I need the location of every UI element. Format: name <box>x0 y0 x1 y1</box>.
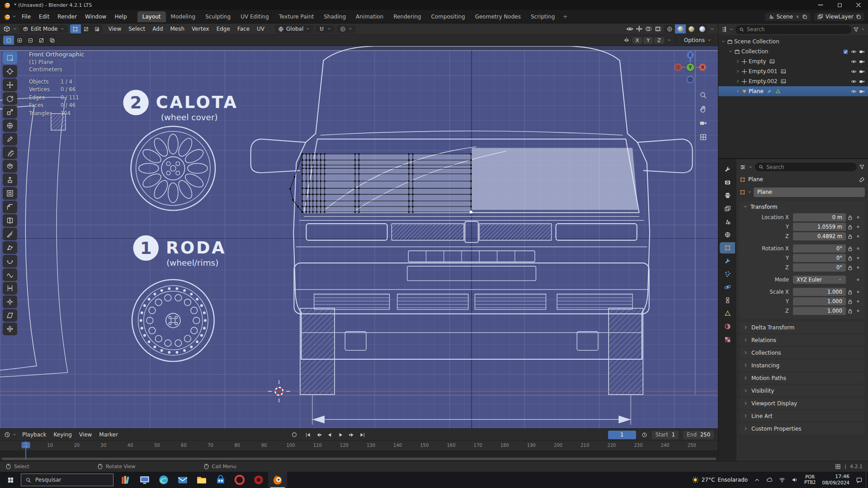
language-indicator[interactable]: POR PTB2 <box>801 472 819 488</box>
menu-file[interactable]: File <box>18 12 35 21</box>
camera-icon[interactable] <box>859 69 865 75</box>
outliner-row-empty[interactable]: Empty <box>718 56 868 66</box>
tool-loop-cut[interactable] <box>3 214 17 227</box>
jump-to-end-button[interactable] <box>357 430 367 439</box>
workspace-tab-modeling[interactable]: Modeling <box>166 11 201 22</box>
maximize-button[interactable] <box>830 0 849 10</box>
viewport-menu-add[interactable]: Add <box>149 25 166 33</box>
taskbar-app-mail[interactable] <box>173 472 192 488</box>
tool-cursor[interactable] <box>3 65 17 78</box>
minimize-button[interactable] <box>811 0 830 10</box>
mirror-axis-x[interactable]: X <box>632 37 642 44</box>
ortho-grid-icon[interactable] <box>699 133 707 141</box>
scene-selector[interactable]: Scene <box>765 13 811 21</box>
show-desktop-button[interactable] <box>866 472 868 488</box>
mirror-axis-y[interactable]: Y <box>643 37 653 44</box>
camera-icon[interactable] <box>859 49 865 55</box>
viewport-menu-edge[interactable]: Edge <box>213 25 234 33</box>
transform-field-mode[interactable]: XYZ Euler <box>793 276 846 284</box>
properties-tab-texture[interactable] <box>720 334 735 345</box>
tool-move[interactable] <box>3 79 17 91</box>
pin-icon[interactable] <box>859 177 865 183</box>
disclosure-icon[interactable] <box>736 79 740 84</box>
gizmo-x-negative[interactable] <box>675 64 682 71</box>
viewlayer-selector[interactable]: ViewLayer <box>814 13 864 21</box>
properties-tab-modifiers[interactable] <box>720 255 735 267</box>
workspace-tab-shading[interactable]: Shading <box>319 11 351 22</box>
lock-icon[interactable] <box>847 308 853 314</box>
viewport-menu-select[interactable]: Select <box>125 25 149 33</box>
proportional-edit-dropdown[interactable] <box>337 25 356 33</box>
timeline-menu-view[interactable]: View <box>75 431 95 439</box>
disclosure-icon[interactable] <box>736 69 740 74</box>
camera-icon[interactable] <box>859 89 865 94</box>
edge-select-button[interactable] <box>81 24 92 33</box>
transform-field-z[interactable]: 0° <box>793 263 846 272</box>
properties-tab-particles[interactable] <box>720 268 735 280</box>
properties-tab-object[interactable] <box>720 242 735 253</box>
menu-render[interactable]: Render <box>53 12 81 21</box>
viewport-menu-face[interactable]: Face <box>234 25 253 33</box>
viewport-menu-vertex[interactable]: Vertex <box>188 25 213 33</box>
outliner-row-scene-collection[interactable]: Scene Collection <box>718 37 868 47</box>
filter-icon[interactable] <box>859 164 865 170</box>
chevron-down-icon[interactable] <box>667 38 671 42</box>
properties-tab-output[interactable] <box>720 190 735 201</box>
onedrive-tray-icon[interactable] <box>763 472 776 488</box>
transform-field-z[interactable]: 0.4892 m <box>793 232 846 240</box>
outliner-row-empty-002[interactable]: Empty.002 <box>718 76 868 86</box>
mode-invert-button[interactable] <box>36 36 47 45</box>
visibility-dropdown-icon[interactable] <box>626 25 633 33</box>
lock-icon[interactable] <box>847 265 853 271</box>
transform-field-rotation-x[interactable]: 0° <box>793 244 846 253</box>
animate-dot-icon[interactable] <box>855 277 861 282</box>
options-dropdown[interactable]: Options <box>681 36 715 44</box>
tool-rotate[interactable] <box>3 92 17 105</box>
mirror-axis-z[interactable]: Z <box>654 37 664 44</box>
workspace-tab-scripting[interactable]: Scripting <box>526 11 560 22</box>
chevron-down-icon[interactable] <box>747 190 752 194</box>
volume-tray-icon[interactable] <box>788 472 801 488</box>
viewport-menu-view[interactable]: View <box>105 25 125 33</box>
properties-tab-tool[interactable] <box>720 164 735 175</box>
editor-type-icon[interactable] <box>721 26 727 33</box>
lock-icon[interactable] <box>847 246 853 252</box>
shading-options-icon[interactable] <box>710 27 715 32</box>
taskbar-search-input[interactable]: Pesquisar <box>21 474 113 486</box>
gizmos-dropdown-icon[interactable] <box>636 25 643 33</box>
zoom-icon[interactable] <box>699 91 707 99</box>
properties-tab-constraints[interactable] <box>720 295 735 306</box>
object-name-field[interactable]: Plane <box>754 188 865 197</box>
tool-transform[interactable] <box>3 119 17 132</box>
unlink-icon[interactable] <box>795 14 800 19</box>
tool-shear[interactable] <box>3 309 17 322</box>
eye-icon[interactable] <box>851 79 857 84</box>
tool-edge-slide[interactable] <box>3 282 17 295</box>
properties-tab-material[interactable] <box>720 321 735 332</box>
eye-icon[interactable] <box>851 49 857 55</box>
animate-dot-icon[interactable] <box>855 265 861 270</box>
workspace-tab-layout[interactable]: Layout <box>137 11 166 22</box>
xray-toggle-icon[interactable] <box>655 25 662 33</box>
tool-spin[interactable] <box>3 255 17 267</box>
transform-panel-header[interactable]: Transform <box>740 201 865 212</box>
workspace-tab-geometry-nodes[interactable]: Geometry Nodes <box>470 11 526 22</box>
mode-intersect-button[interactable] <box>47 36 57 45</box>
checkbox-icon[interactable] <box>843 49 849 55</box>
taskbar-app-blender[interactable] <box>268 472 287 488</box>
close-button[interactable] <box>849 0 868 10</box>
clock-widget[interactable]: 17:46 08/09/2024 <box>819 472 853 488</box>
properties-tab-object-data[interactable] <box>720 308 735 319</box>
menu-help[interactable]: Help <box>110 12 131 21</box>
panel-custom-properties[interactable]: Custom Properties <box>740 423 865 434</box>
properties-tab-world[interactable] <box>720 229 735 240</box>
navigation-gizmo[interactable]: Z X Y <box>669 48 712 90</box>
start-button[interactable] <box>0 472 21 488</box>
taskbar-app-store[interactable] <box>211 472 230 488</box>
animate-dot-icon[interactable] <box>855 234 861 239</box>
workspace-tab-sculpting[interactable]: Sculpting <box>200 11 236 22</box>
eye-icon[interactable] <box>851 59 857 65</box>
tool-select-box[interactable] <box>3 52 17 64</box>
overlays-dropdown-icon[interactable] <box>645 25 652 33</box>
pan-hand-icon[interactable] <box>699 105 707 113</box>
